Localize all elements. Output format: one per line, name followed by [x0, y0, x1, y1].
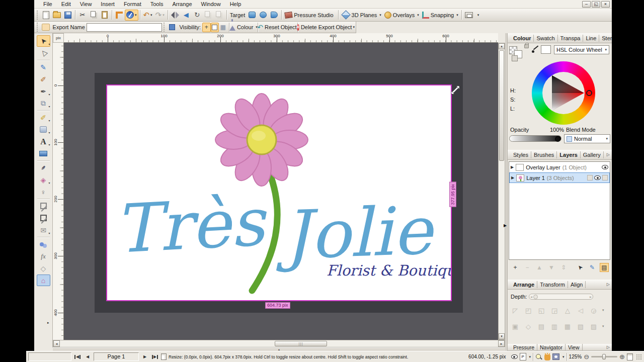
panel-menu-icon[interactable]: ▷ [607, 282, 612, 287]
fill-brush-tool[interactable]: ✐▾ [37, 112, 50, 123]
depth-back-icon[interactable]: ◂ [530, 295, 532, 299]
visibility-eye-icon[interactable] [594, 175, 601, 180]
visibility-outline-toggle[interactable] [211, 23, 219, 32]
reset-object-button[interactable]: ↶Reset Object [260, 22, 296, 33]
panel-menu-icon[interactable]: ▷ [607, 152, 612, 157]
arrange-icon[interactable]: ◱ [536, 305, 547, 316]
menu-file[interactable]: File [39, 1, 56, 8]
arrange-icon[interactable]: ◰ [523, 305, 534, 316]
paste-button[interactable] [99, 10, 110, 21]
edit-layer-button[interactable]: ✎ [588, 263, 597, 272]
scroll-down-icon[interactable]: ▾ [499, 333, 505, 339]
scroll-up-icon[interactable]: ▴ [499, 43, 505, 49]
dropdown-arrow-icon[interactable]: ▾ [562, 355, 565, 359]
dropdown-arrow-icon[interactable]: ▾ [602, 324, 604, 328]
tab-styles[interactable]: Styles [511, 151, 531, 158]
panel-menu-icon[interactable]: ▷ [607, 345, 612, 349]
zoom-tool-icon[interactable] [535, 353, 542, 360]
pointer-tool[interactable]: ➤▾ [37, 35, 50, 47]
text-tool[interactable]: A▾ [37, 136, 50, 147]
ruler-unit-box[interactable]: pix [53, 33, 64, 43]
tool-palette-expand-icon[interactable]: ▸ [47, 321, 49, 325]
publish-tool[interactable]: ⌂ [37, 275, 50, 286]
3d-planes-button[interactable]: 3D Planes▾ [340, 10, 383, 21]
arrange-icon[interactable]: ▥ [549, 321, 560, 332]
cut-button[interactable]: ✂ [77, 10, 88, 21]
layer-lock-box[interactable] [587, 175, 593, 180]
zoom-in-icon[interactable]: ⊕ [619, 353, 625, 360]
menu-insert[interactable]: Insert [97, 1, 119, 8]
node-tool[interactable]: ▷ [37, 47, 50, 59]
zoom-out-icon[interactable]: ⊖ [584, 353, 589, 360]
layer-edit-box[interactable] [602, 175, 608, 180]
opacity-slider[interactable] [509, 135, 561, 142]
toolbar-grip[interactable] [37, 23, 39, 32]
tab-align[interactable]: Align [568, 281, 586, 288]
vertical-scroll-thumb[interactable] [499, 50, 504, 161]
tab-swatch[interactable]: Swatch [534, 35, 557, 42]
zoom-percentage[interactable]: 125% [569, 354, 582, 359]
close-button[interactable]: × [601, 1, 610, 8]
flip-vertical-button[interactable]: ◀ [181, 10, 192, 21]
arrange-icon[interactable]: ◁ [575, 305, 586, 316]
scroll-right-icon[interactable]: ▸ [498, 340, 505, 347]
menu-view[interactable]: View [76, 1, 96, 8]
tab-pressure[interactable]: Pressure [511, 344, 537, 351]
logo-artwork[interactable]: Très Jolie Florist & Boutique [107, 85, 451, 300]
extrude-tool[interactable]: ◇ [37, 262, 50, 274]
menu-tools[interactable]: Tools [146, 1, 168, 8]
fill-swatch[interactable] [512, 55, 518, 61]
fill-line-swatches[interactable] [509, 44, 528, 65]
merge-layer-button[interactable]: ⇕ [559, 263, 568, 272]
preview-mode-icon[interactable]: P [520, 353, 526, 360]
minimize-button[interactable]: – [582, 1, 591, 8]
effects-tool[interactable]: fx [37, 250, 50, 262]
view-frame-icon[interactable] [552, 353, 559, 360]
dropdown-arrow-icon[interactable]: ▾ [379, 13, 381, 17]
flood-fill-tool[interactable]: ◈▾ [37, 174, 50, 186]
flip-horizontal-button[interactable] [170, 10, 181, 21]
pen-tool[interactable]: ✒▾ [37, 85, 50, 97]
delete-export-object-button[interactable]: ×Delete Export Object [299, 22, 351, 33]
zoom-slider[interactable] [591, 356, 617, 357]
tab-arrange[interactable]: Arrange [511, 281, 537, 288]
layer-row-overlay[interactable]: ▶ Overlay Layer (1 Object) [509, 162, 610, 172]
dropdown-arrow-icon[interactable]: ▾ [150, 13, 152, 17]
pan-tool-icon[interactable] [544, 354, 550, 360]
document-page[interactable]: Très Jolie Florist & Boutique [107, 85, 451, 300]
paintbrush-tool[interactable]: ✐ [37, 73, 50, 85]
vertical-ruler[interactable]: 0 100 200 300 400 [53, 43, 64, 340]
add-layer-button[interactable]: + [511, 263, 520, 272]
horizontal-scroll-thumb[interactable]: ||| [275, 341, 327, 346]
menu-format[interactable]: Format [120, 1, 145, 8]
dropdown-arrow-icon[interactable]: ▾ [135, 13, 137, 17]
target-shape-pill-button[interactable] [269, 10, 280, 21]
visibility-grid-toggle[interactable]: ▦ [219, 23, 227, 32]
new-document-button[interactable] [40, 10, 51, 21]
menu-arrange[interactable]: Arrange [168, 1, 196, 8]
depth-slider[interactable]: ◂ ▸ [529, 294, 593, 300]
dropdown-arrow-icon[interactable]: ▾ [417, 13, 419, 17]
arrange-icon[interactable]: ▤ [536, 321, 547, 332]
page-manager-icon[interactable] [161, 353, 167, 360]
target-shape-rounded-button[interactable] [247, 10, 258, 21]
arrange-icon[interactable]: ▦ [562, 321, 573, 332]
current-colour-swatch[interactable] [541, 45, 551, 54]
toolbar-grip[interactable] [164, 23, 166, 32]
save-button[interactable] [62, 10, 73, 21]
arrange-icon[interactable]: ◸ [510, 305, 521, 316]
fit-page-icon[interactable] [627, 353, 633, 360]
crop-tool[interactable] [37, 200, 50, 212]
undo-button[interactable]: ↶▾ [142, 10, 154, 21]
eyedropper-icon[interactable] [532, 46, 539, 53]
blend-mode-dropdown[interactable]: Normal ▾ [564, 134, 610, 143]
tab-line[interactable]: Line [583, 35, 599, 42]
arrange-icon[interactable]: ▣ [510, 321, 521, 332]
horizontal-scrollbar[interactable]: ◂ ||| ▸ [53, 340, 505, 347]
tab-gallery[interactable]: Gallery [581, 151, 604, 158]
visibility-eye-icon[interactable] [602, 165, 608, 169]
pencil-tool[interactable]: ✎ [37, 61, 50, 73]
tab-brushes[interactable]: Brushes [531, 151, 557, 158]
opacity-slider-thumb[interactable] [555, 136, 560, 142]
dropdown-arrow-icon[interactable]: ▾ [529, 355, 531, 359]
